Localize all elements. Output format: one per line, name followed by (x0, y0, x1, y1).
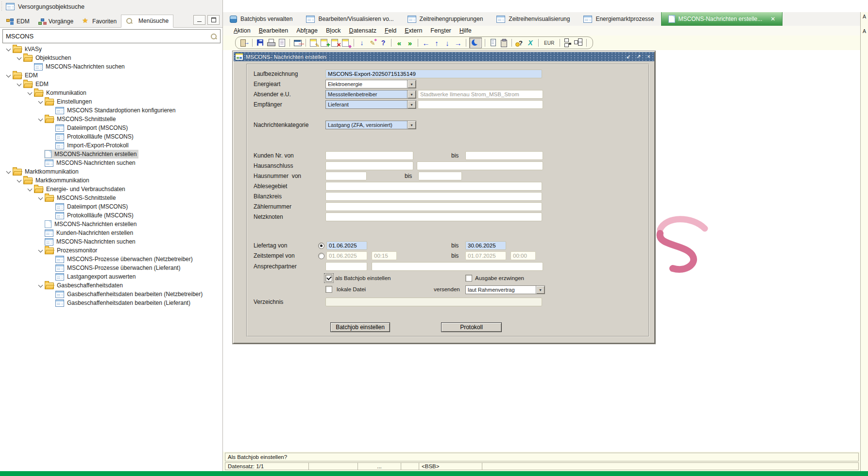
menu-feld[interactable]: Feld (385, 27, 396, 34)
tile-vertically-icon[interactable] (574, 38, 583, 48)
update-record-icon[interactable] (368, 38, 377, 48)
hausanschluss-von-input[interactable] (325, 161, 413, 170)
menu-block[interactable]: Block (326, 27, 341, 34)
tree-item[interactable]: MSCONS-Nachrichten erstellen (0, 150, 222, 159)
workspace-tab-3[interactable]: Zeitreihenvisualisierung (490, 12, 577, 26)
previous-block-icon[interactable] (394, 38, 404, 48)
laufbezeichnung-input[interactable] (325, 70, 542, 78)
tree-item[interactable]: MSCONS Standardoptionen konfigurieren (0, 106, 222, 115)
chevron-down-icon[interactable] (17, 178, 23, 183)
menu-abfrage[interactable]: Abfrage (296, 27, 318, 34)
excel-export-icon[interactable] (526, 38, 535, 48)
ablesegebiet-input[interactable] (325, 182, 542, 191)
hausnummer-von-input[interactable] (325, 172, 367, 180)
tree-item[interactable]: MSCONS-Prozesse überwachen (Lieferant) (0, 264, 222, 272)
menu-aktion[interactable]: Aktion (234, 27, 251, 34)
maximize-icon[interactable]: ↗ (635, 53, 642, 60)
tree-item[interactable]: Objektsuchen (0, 53, 222, 62)
absender-detail-input[interactable] (418, 90, 543, 99)
tree-item[interactable]: MSCONS-Nachrichten erstellen (0, 220, 222, 229)
kunden-nr-von-input[interactable] (325, 151, 413, 160)
menu-fenster[interactable]: Fenster (430, 27, 451, 34)
previous-record-icon[interactable] (432, 38, 442, 48)
workspace-tab-2[interactable]: Zeitreihengruppierungen (401, 12, 490, 26)
zeitstempel-radio[interactable] (318, 253, 324, 259)
close-icon[interactable]: ✕ (770, 16, 775, 22)
next-block-icon[interactable] (405, 38, 415, 48)
tile-horizontally-icon[interactable] (563, 38, 573, 48)
liefertag-bis-input[interactable] (465, 241, 506, 250)
tree-item[interactable]: Lastgangexport auswerten (0, 272, 222, 281)
menu-hilfe[interactable]: Hilfe (460, 27, 472, 34)
tree-item[interactable]: MSCONS-Nachrichten suchen (0, 237, 222, 246)
document-icon[interactable] (488, 38, 498, 48)
empfaenger-select[interactable]: Lieferant (325, 100, 416, 109)
empfaenger-detail-input[interactable] (418, 100, 543, 109)
dialog-title-bar[interactable]: MSCONS- Nachrichten erstellen ↙ ↗ × (234, 52, 654, 61)
chevron-down-icon[interactable] (6, 169, 12, 174)
netzknoten-input[interactable] (325, 212, 542, 221)
help-icon[interactable] (378, 38, 388, 48)
tree-item[interactable]: Dateiimport (MSCONS) (0, 123, 222, 132)
tree-item[interactable]: Energie- und Verbrauchsdaten (0, 185, 222, 194)
drag-handle-icon[interactable] (1, 1, 3, 12)
als-batchjob-checkbox[interactable] (325, 275, 332, 282)
execute-query-icon[interactable] (320, 38, 329, 48)
liefertag-radio[interactable] (318, 243, 324, 249)
status-cell-dots[interactable]: ... (358, 462, 401, 470)
print-icon[interactable] (266, 38, 276, 48)
workspace-tab-0[interactable]: Batchjobs verwalten (223, 12, 299, 26)
bilanzkreis-input[interactable] (325, 192, 542, 201)
enter-query-icon[interactable] (309, 38, 319, 48)
lokale-datei-checkbox[interactable] (325, 286, 332, 293)
chevron-down-icon[interactable] (407, 101, 416, 108)
ansprechpartner-kuerzel-input[interactable] (325, 262, 367, 271)
left-tab-edm[interactable]: EDM (2, 16, 34, 28)
tree-item[interactable]: Gasbeschaffenheitsdaten bearbeiten (Netz… (0, 290, 222, 299)
tree-item[interactable]: Import-/Export-Protokoll (0, 141, 222, 150)
tree-item[interactable]: MSCONS-Nachrichten suchen (0, 62, 222, 71)
chevron-down-icon[interactable] (407, 121, 416, 129)
last-record-icon[interactable] (453, 38, 463, 48)
night-mode-icon[interactable] (469, 37, 482, 48)
insert-record-icon[interactable] (357, 38, 367, 48)
workspace-tab-1[interactable]: Bearbeiten/Visualisieren vo... (299, 12, 400, 26)
workspace-tab-4[interactable]: Energiemarktprozesse (577, 12, 661, 26)
chevron-down-icon[interactable] (38, 283, 44, 288)
dock-icon[interactable]: ↙ (625, 53, 632, 60)
chevron-down-icon[interactable] (6, 73, 12, 78)
versenden-select[interactable]: laut Rahmenvertrag (465, 285, 545, 294)
save-icon[interactable] (255, 38, 265, 48)
tree-item[interactable]: kVASy (0, 45, 222, 53)
hausnummer-bis-input[interactable] (418, 172, 462, 180)
ansprechpartner-name-input[interactable] (372, 262, 543, 271)
left-tab-vorgaenge[interactable]: Vorgänge (34, 16, 78, 28)
menu-extern[interactable]: Extern (405, 27, 422, 34)
absender-select[interactable]: Messstellenbetreiber (325, 90, 416, 99)
chevron-down-icon[interactable] (38, 195, 44, 200)
chevron-down-icon[interactable] (38, 248, 44, 253)
show-window-icon[interactable] (293, 38, 303, 48)
search-icon[interactable] (210, 33, 217, 40)
chevron-down-icon[interactable] (17, 82, 23, 87)
batchjob-einstellen-button[interactable]: Batchjob einstellen (330, 322, 390, 332)
tree-item[interactable]: Protokollläufe (MSCONS) (0, 132, 222, 141)
tree-item[interactable]: Einstellungen (0, 97, 222, 106)
search-input[interactable] (3, 33, 210, 40)
tree-item[interactable]: Kommunikation (0, 88, 222, 97)
chevron-down-icon[interactable] (38, 99, 44, 104)
tree-item[interactable]: MSCONS-Prozesse überwachen (Netzbetreibe… (0, 255, 222, 264)
close-icon[interactable]: × (645, 53, 652, 60)
next-record-icon[interactable] (443, 38, 452, 48)
tree-item[interactable]: Gasbeschaffenheitsdaten (0, 281, 222, 290)
tree-item[interactable]: EDM (0, 71, 222, 80)
kunden-nr-bis-input[interactable] (465, 151, 543, 160)
chevron-down-icon[interactable] (6, 47, 12, 52)
chevron-down-icon[interactable] (27, 187, 34, 192)
tree-item[interactable]: Gasbeschaffenheitsdaten bearbeiten (Lief… (0, 299, 222, 307)
clipboard-icon[interactable] (499, 38, 509, 48)
energieart-select[interactable]: Elektroenergie (325, 80, 416, 88)
zaehlernummer-input[interactable] (325, 202, 542, 211)
left-tab-favoriten[interactable]: Favoriten (78, 16, 121, 28)
protokoll-button[interactable]: Protokoll (441, 322, 502, 332)
